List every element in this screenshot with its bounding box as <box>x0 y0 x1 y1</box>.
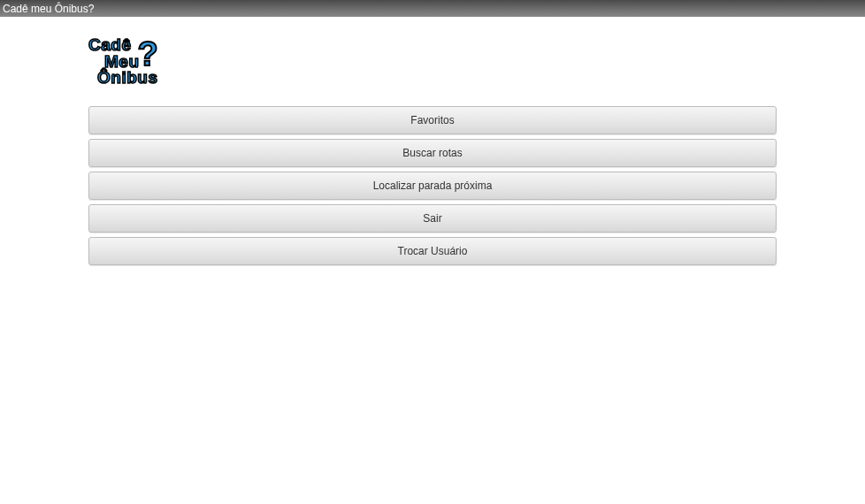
main-menu: Favoritos Buscar rotas Localizar parada … <box>88 106 777 265</box>
logo-container: Cadê Meu ? Ônibus <box>88 17 777 106</box>
app-logo: Cadê Meu ? Ônibus <box>88 36 158 87</box>
trocar-usuario-button[interactable]: Trocar Usuário <box>88 237 777 265</box>
buscar-rotas-button[interactable]: Buscar rotas <box>88 139 777 167</box>
title-bar: Cadê meu Ônibus? <box>0 0 865 17</box>
logo-word-onibus: Ônibus <box>97 69 157 86</box>
sair-button[interactable]: Sair <box>88 204 777 233</box>
favoritos-button[interactable]: Favoritos <box>88 106 777 134</box>
main-content: Cadê Meu ? Ônibus Favoritos Buscar rotas… <box>0 17 865 265</box>
logo-question-mark-icon: ? <box>138 37 158 71</box>
localizar-parada-button[interactable]: Localizar parada próxima <box>88 172 777 200</box>
app-title: Cadê meu Ônibus? <box>3 3 94 15</box>
